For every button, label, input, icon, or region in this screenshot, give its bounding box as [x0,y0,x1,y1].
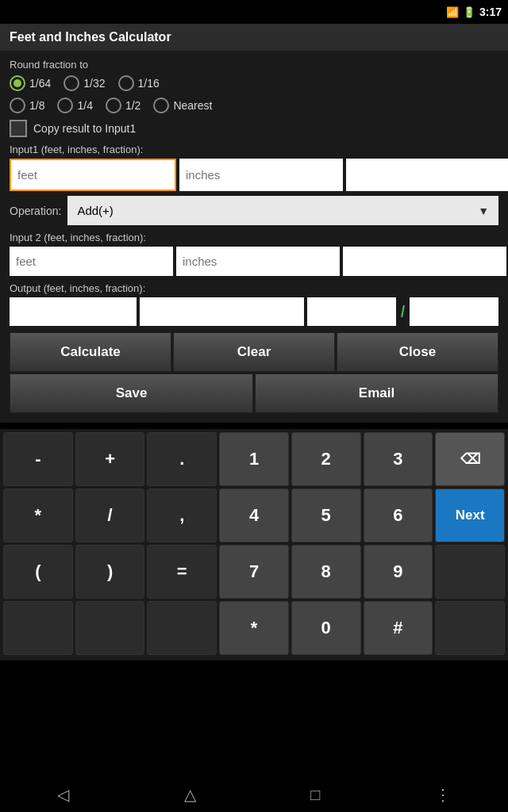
radio-label-1-4: 1/4 [77,99,92,112]
key-2[interactable]: 2 [291,432,361,486]
key-row-4: * 0 # [3,601,505,655]
key-6[interactable]: 6 [364,488,433,542]
status-icons: 📶 🔋 3:17 [446,6,502,18]
output-row: / [10,297,498,326]
action-buttons-row2: Save Email [10,373,498,413]
key-5[interactable]: 5 [291,488,361,542]
output-slash: / [399,303,407,321]
clear-button[interactable]: Clear [173,332,335,372]
close-button[interactable]: Close [337,332,498,372]
key-0[interactable]: 0 [291,601,361,655]
input2-inches[interactable] [176,247,340,276]
operation-dropdown[interactable]: Add(+) ▼ [67,196,498,225]
key-plus[interactable]: + [75,432,145,486]
radio-label-1-8: 1/8 [29,99,44,112]
key-next[interactable]: Next [435,488,505,542]
key-hash[interactable]: # [364,601,433,655]
radio-circle-1-2 [106,98,121,113]
key-multiply[interactable]: * [3,488,73,542]
time-display: 3:17 [479,6,502,18]
save-button[interactable]: Save [10,373,253,413]
calculate-button[interactable]: Calculate [10,332,171,372]
key-row-1: - + . 1 2 3 ⌫ [3,432,505,486]
key-comma[interactable]: , [147,488,217,542]
nav-home-icon[interactable]: △ [184,785,196,804]
output-feet [10,297,137,326]
key-close-paren[interactable]: ) [75,545,145,599]
radio-circle-1-8 [10,98,25,113]
dropdown-arrow-icon: ▼ [478,205,489,217]
keyboard-area: - + . 1 2 3 ⌫ * / , 4 5 6 Next ( ) = 7 8… [0,429,508,661]
radio-1-16[interactable]: 1/16 [118,75,160,91]
radio-circle-1-64 [10,75,25,91]
input2-label: Input 2 (feet, inches, fraction): [10,232,498,243]
radio-circle-1-16 [118,75,134,91]
output-label: Output (feet, inches, fraction): [10,282,498,294]
input1-feet[interactable] [10,159,176,191]
copy-checkbox-label: Copy result to Input1 [33,122,136,135]
key-open-paren[interactable]: ( [3,545,73,599]
key-empty-1 [435,545,505,599]
key-7[interactable]: 7 [219,545,289,599]
key-4[interactable]: 4 [219,488,289,542]
input2-row: / [10,247,498,276]
radio-row-1: 1/64 1/32 1/16 [10,75,498,91]
radio-label-1-2: 1/2 [125,99,140,112]
operation-label: Operation: [10,205,61,217]
radio-1-4[interactable]: 1/4 [57,98,92,113]
nav-recents-icon[interactable]: □ [310,786,320,804]
app-title: Feet and Inches Calculator [10,30,171,44]
key-empty-4 [147,601,217,655]
radio-circle-1-32 [64,75,79,91]
operation-row: Operation: Add(+) ▼ [10,196,498,225]
radio-1-64[interactable]: 1/64 [10,75,51,91]
key-1[interactable]: 1 [219,432,289,486]
main-content: Round fraction to 1/64 1/32 1/16 1/8 1/4… [0,51,508,423]
status-bar: 📶 🔋 3:17 [0,0,508,24]
output-fraction1 [307,297,396,326]
copy-checkbox[interactable] [10,120,27,137]
input1-row: / [10,159,498,191]
nav-back-icon[interactable]: ◁ [57,785,69,804]
app-header: Feet and Inches Calculator [0,24,508,51]
radio-label-nearest: Nearest [173,99,212,112]
key-delete[interactable]: ⌫ [435,432,505,486]
key-divide[interactable]: / [75,488,145,542]
input1-label: Input1 (feet, inches, fraction): [10,144,498,155]
key-9[interactable]: 9 [364,545,433,599]
key-8[interactable]: 8 [291,545,361,599]
key-asterisk[interactable]: * [219,601,289,655]
radio-1-2[interactable]: 1/2 [106,98,140,113]
key-dot[interactable]: . [147,432,217,486]
input2-fraction1[interactable] [343,247,506,276]
email-button[interactable]: Email [255,373,498,413]
input2-feet[interactable] [10,247,173,276]
radio-circle-1-4 [57,98,73,113]
key-row-2: * / , 4 5 6 Next [3,488,505,542]
key-equals[interactable]: = [147,545,217,599]
output-fraction2 [410,297,498,326]
copy-checkbox-row[interactable]: Copy result to Input1 [10,120,498,137]
radio-nearest[interactable]: Nearest [153,98,212,113]
key-empty-5 [435,601,505,655]
key-minus[interactable]: - [3,432,73,486]
radio-circle-nearest [153,98,169,113]
input1-fraction1[interactable] [346,159,508,191]
nav-more-icon[interactable]: ⋮ [435,785,451,804]
radio-1-8[interactable]: 1/8 [10,98,44,113]
radio-label-1-32: 1/32 [83,77,105,90]
key-3[interactable]: 3 [364,432,433,486]
radio-1-32[interactable]: 1/32 [64,75,105,91]
wifi-icon: 📶 [446,6,459,18]
radio-label-1-64: 1/64 [29,77,51,90]
key-row-3: ( ) = 7 8 9 [3,545,505,599]
key-empty-2 [3,601,73,655]
round-fraction-label: Round fraction to [10,59,498,71]
operation-value: Add(+) [77,204,113,217]
nav-bar: ◁ △ □ ⋮ [0,777,508,812]
action-buttons-row1: Calculate Clear Close [10,332,498,372]
battery-icon: 🔋 [463,6,475,18]
output-inches [140,297,304,326]
key-empty-3 [75,601,145,655]
input1-inches[interactable] [179,159,343,191]
